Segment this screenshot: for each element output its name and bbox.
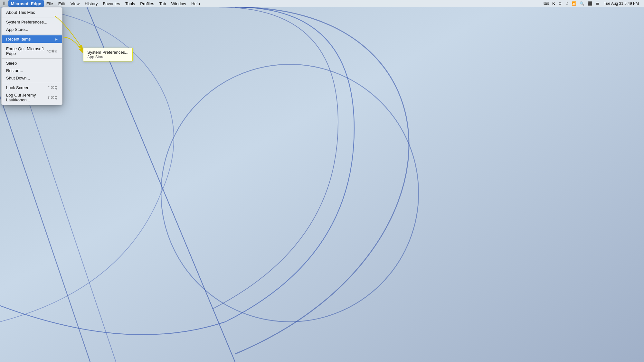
force-quit-shortcut: ⌥⌘⎋ bbox=[47, 49, 58, 53]
menu-item-restart[interactable]: Restart... bbox=[2, 67, 62, 74]
callout-line2: App Store... bbox=[87, 55, 128, 59]
status-world-icon: ⊙ bbox=[557, 1, 563, 6]
status-keyboard-icon: ⌨ bbox=[542, 1, 550, 6]
menu-item-force-quit[interactable]: Force Quit Microsoft Edge ⌥⌘⎋ bbox=[2, 45, 62, 57]
menubar-edit[interactable]: Edit bbox=[56, 0, 68, 7]
status-k-icon: K bbox=[551, 1, 556, 6]
status-notification-icon: ☰ bbox=[594, 1, 601, 6]
menubar-window[interactable]: Window bbox=[169, 0, 189, 7]
status-wifi-icon: 📶 bbox=[570, 1, 578, 6]
status-moon-icon: ☽ bbox=[564, 1, 570, 6]
menubar-profiles[interactable]: Profiles bbox=[137, 0, 156, 7]
menu-separator-1 bbox=[2, 17, 62, 17]
menu-item-app-store[interactable]: App Store... bbox=[2, 26, 62, 33]
menu-separator-5 bbox=[2, 83, 62, 83]
menubar-right: ⌨ K ⊙ ☽ 📶 🔍 ⬛ ☰ Tue Aug 31 5:49 PM bbox=[542, 1, 644, 6]
menubar-view[interactable]: View bbox=[68, 0, 82, 7]
menu-item-about[interactable]: About This Mac bbox=[2, 9, 62, 16]
menubar:  Microsoft Edge File Edit View History … bbox=[0, 0, 644, 7]
status-search-icon: 🔍 bbox=[578, 1, 586, 6]
menu-item-lock-screen[interactable]: Lock Screen ⌃⌘Q bbox=[2, 84, 62, 91]
apple-menu-button[interactable]:  bbox=[0, 0, 8, 7]
menubar-file[interactable]: File bbox=[44, 0, 56, 7]
menu-item-recent-items[interactable]: Recent Items bbox=[2, 35, 62, 43]
lock-screen-shortcut: ⌃⌘Q bbox=[47, 86, 58, 90]
menubar-tools[interactable]: Tools bbox=[123, 0, 137, 7]
menu-separator-4 bbox=[2, 58, 62, 59]
menu-item-system-preferences[interactable]: System Preferences... bbox=[2, 18, 62, 26]
menu-item-logout[interactable]: Log Out Jeremy Laukkonen... ⇧⌘Q bbox=[2, 91, 62, 104]
status-control-center-icon: ⬛ bbox=[586, 1, 594, 6]
menubar-app-name[interactable]: Microsoft Edge bbox=[8, 0, 44, 7]
logout-shortcut: ⇧⌘Q bbox=[47, 96, 58, 100]
menubar-history[interactable]: History bbox=[82, 0, 100, 7]
menubar-tab[interactable]: Tab bbox=[157, 0, 169, 7]
menu-separator-3 bbox=[2, 44, 62, 44]
menu-separator-2 bbox=[2, 34, 62, 34]
apple-menu-dropdown: About This Mac System Preferences... App… bbox=[1, 7, 62, 105]
menubar-help[interactable]: Help bbox=[189, 0, 203, 7]
menubar-clock: Tue Aug 31 5:49 PM bbox=[601, 1, 641, 6]
menu-item-sleep[interactable]: Sleep bbox=[2, 60, 62, 67]
menubar-left:  Microsoft Edge File Edit View History … bbox=[0, 0, 542, 7]
callout-line1: System Preferences... bbox=[87, 50, 128, 55]
menu-item-shutdown[interactable]: Shut Down... bbox=[2, 74, 62, 82]
callout-box: System Preferences... App Store... bbox=[83, 48, 133, 61]
menubar-favorites[interactable]: Favorites bbox=[100, 0, 123, 7]
